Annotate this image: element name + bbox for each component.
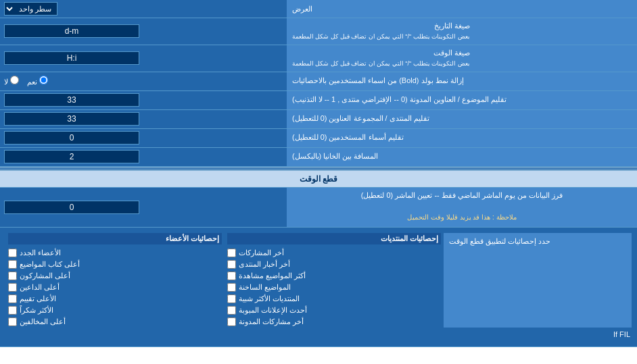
- stat-forum-news-check[interactable]: [227, 260, 236, 269]
- stat-top-inviters-check[interactable]: [8, 283, 17, 292]
- spacing-input-cell: [0, 148, 287, 166]
- trim-forum-input-cell: [0, 110, 287, 128]
- stat-top-participants: أعلى المشاركون: [8, 270, 222, 282]
- bold-yes-label[interactable]: نعم: [27, 76, 48, 86]
- trim-forum-input[interactable]: [4, 112, 139, 126]
- stat-top-writers: أعلى كتاب المواضيع: [8, 259, 222, 270]
- cutoff-input-cell: [0, 188, 287, 228]
- stat-top-violators-check[interactable]: [8, 317, 17, 326]
- cutoff-input[interactable]: [4, 201, 139, 214]
- stat-last-posts: أخر المشاركات: [227, 247, 441, 259]
- stat-top-writers-check[interactable]: [8, 260, 17, 269]
- checkboxes-section: حدد إحصائيات لتطبيق قطع الوقت إحصائيات ا…: [0, 228, 637, 347]
- bold-radio-cell: نعم لا: [0, 72, 287, 90]
- stat-last-posts-check[interactable]: [227, 249, 236, 257]
- trim-topic-input-cell: [0, 91, 287, 109]
- display-select-cell: سطر واحد: [0, 0, 287, 18]
- trim-users-label: تقليم أسماء المستخدمين (0 للتعطيل): [287, 129, 637, 147]
- stat-latest-ads-check[interactable]: [227, 306, 236, 315]
- trim-forum-label: تقليم المنتدى / المجموعة العناوين (0 للت…: [287, 110, 637, 128]
- trim-topic-label: تقليم الموضوع / العناوين المدونة (0 -- ا…: [287, 91, 637, 109]
- cutoff-note: ملاحظة : هذا قد يزيد قليلا وقت التحميل: [402, 211, 521, 224]
- stat-top-participants-check[interactable]: [8, 271, 17, 280]
- stat-hot-topics-check[interactable]: [227, 283, 236, 292]
- date-format-input-cell: [0, 18, 287, 45]
- spacing-input[interactable]: [4, 150, 139, 163]
- stat-forum-news: أخر أخبار المنتدى: [227, 259, 441, 270]
- lines-select[interactable]: سطر واحد: [4, 2, 57, 16]
- stat-most-thanked: الأكثر شكراً: [8, 305, 222, 316]
- stat-most-similar-check[interactable]: [227, 294, 236, 303]
- bold-no-radio[interactable]: [10, 76, 19, 84]
- bold-radio-group: نعم لا: [4, 76, 48, 86]
- member-stats-header: إحصائيات الأعضاء: [8, 233, 222, 244]
- trim-users-input-cell: [0, 129, 287, 147]
- trim-topic-input[interactable]: [4, 93, 139, 107]
- stat-top-rated-check[interactable]: [8, 294, 17, 303]
- stat-new-members: الأعضاء الجدد: [8, 247, 222, 259]
- stat-most-similar: المنتديات الأكثر شبية: [227, 293, 441, 305]
- bold-label: إزالة نمط بولد (Bold) من اسماء المستخدمي…: [287, 72, 637, 90]
- stat-most-viewed-check[interactable]: [227, 271, 236, 280]
- bold-yes-radio[interactable]: [39, 76, 48, 84]
- display-label: العرض: [287, 0, 637, 18]
- cutoff-section-header: قطع الوقت: [0, 170, 637, 188]
- date-format-input[interactable]: [4, 24, 139, 38]
- stat-most-thanked-check[interactable]: [8, 306, 17, 315]
- limit-label: حدد إحصائيات لتطبيق قطع الوقت: [444, 233, 632, 328]
- stat-top-rated: الأعلى تقييم: [8, 293, 222, 305]
- stat-top-violators: أعلى المخالفين: [8, 316, 222, 328]
- stat-blog-posts-check[interactable]: [227, 317, 236, 326]
- time-format-input[interactable]: [4, 51, 139, 65]
- stat-latest-ads: أحدث الإعلانات المبوبة: [227, 305, 441, 316]
- cutoff-label: فرز البيانات من يوم الماشر الماضي فقط --…: [287, 188, 637, 228]
- stat-new-members-check[interactable]: [8, 249, 17, 257]
- trim-users-input[interactable]: [4, 131, 139, 145]
- member-stats-col: إحصائيات الأعضاء الأعضاء الجدد أعلى كتاب…: [5, 233, 225, 328]
- spacing-label: المسافة بين الخانيا (بالبكسل): [287, 148, 637, 166]
- if-fil-text: If FIL: [5, 328, 632, 341]
- forum-stats-header: إحصائيات المنتديات: [227, 233, 441, 244]
- time-format-label: صيغة الوقتبعض التكوينات يتطلب "/" التي ي…: [287, 45, 637, 72]
- bold-no-label[interactable]: لا: [4, 76, 19, 86]
- stat-blog-posts: أخر مشاركات المدونة: [227, 316, 441, 328]
- date-format-label: صيغة التاريخبعض التكوينات يتطلب "/" التي…: [287, 18, 637, 45]
- time-format-input-cell: [0, 45, 287, 72]
- stat-top-inviters: أعلى الداعين: [8, 282, 222, 293]
- forum-stats-col: إحصائيات المنتديات أخر المشاركات أخر أخب…: [225, 233, 444, 328]
- stat-hot-topics: المواضيع الساخنة: [227, 282, 441, 293]
- stat-most-viewed: أكثر المواضيع مشاهدة: [227, 270, 441, 282]
